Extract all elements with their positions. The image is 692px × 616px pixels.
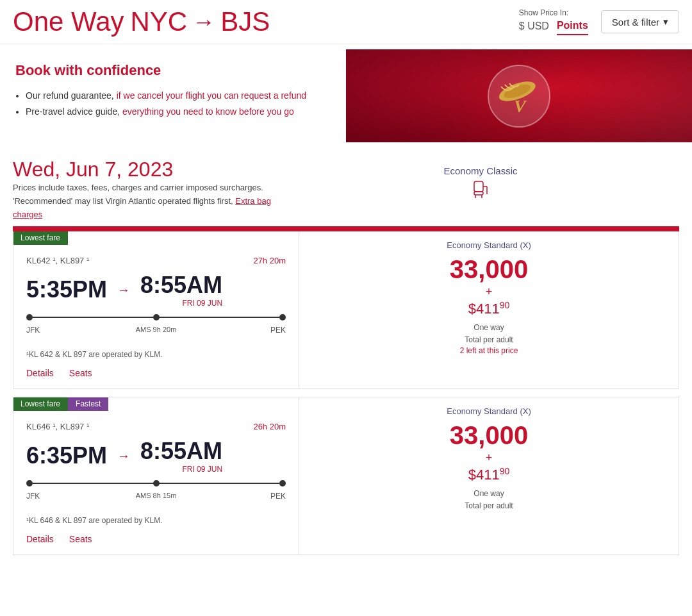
stop-info: AMS 9h 20m <box>136 326 177 333</box>
flight-arrow-icon: → <box>117 449 130 463</box>
header-left: One Way NYC → BJS <box>13 6 270 37</box>
depart-time: 5:35PM <box>26 276 107 303</box>
price-meta: One way Total per adult <box>465 488 513 512</box>
flight-meta: KL646 ¹, KL897 ¹ 26h 20m <box>26 422 286 431</box>
flight-duration: 26h 20m <box>253 422 286 431</box>
flight-details-left: Lowest fare Fastest KL646 ¹, KL897 ¹ 26h… <box>13 397 299 554</box>
path-line <box>33 317 279 318</box>
price-plus: + <box>486 285 493 299</box>
arrive-time: 8:55AM <box>140 272 222 299</box>
results-left: Wed, Jun 7, 2023 Prices include taxes, f… <box>13 158 282 221</box>
dest-airport: PEK <box>270 492 286 501</box>
flight-row: Lowest fare KL642 ¹, KL897 ¹ 27h 20m 5:3… <box>13 231 679 389</box>
seats-link[interactable]: Seats <box>69 534 92 544</box>
flight-path <box>26 480 286 487</box>
header-right: Show Price In: $ USD Points Sort & filte… <box>519 8 679 35</box>
promo-item-2-text: Pre-travel advice guide, <box>26 106 120 117</box>
flight-pricing-right: Economy Standard (X) 33,000 + $41190 One… <box>299 397 679 554</box>
results-note: Prices include taxes, fees, charges and … <box>13 181 282 221</box>
flight-pricing-right: Economy Standard (X) 33,000 + $41190 One… <box>299 231 679 388</box>
flight-meta: KL642 ¹, KL897 ¹ 27h 20m <box>26 256 286 265</box>
arrive-block: 8:55AM FRI 09 JUN <box>140 272 222 308</box>
price-option-points[interactable]: Points <box>557 20 588 35</box>
results-note-text: Prices include taxes, fees, charges and … <box>13 183 263 206</box>
flight-footnote: ¹KL 646 & KL 897 are operated by KLM. <box>26 516 286 525</box>
flights-list: Lowest fare KL642 ¹, KL897 ¹ 27h 20m 5:3… <box>13 231 679 563</box>
price-options: $ USD Points <box>519 20 588 35</box>
seat-svg-icon <box>469 180 492 199</box>
one-way-text: One way <box>465 322 513 334</box>
sort-chevron-icon: ▾ <box>663 16 668 28</box>
red-accent-bar <box>13 226 679 231</box>
flight-footnote: ¹KL 642 & KL 897 are operated by KLM. <box>26 350 286 359</box>
promo-item-2-link[interactable]: everything you need to know before you g… <box>122 106 294 117</box>
total-text: Total per adult <box>465 334 513 346</box>
cabin-type: Economy Standard (X) <box>447 406 531 416</box>
promo-item-1-link[interactable]: if we cancel your flight you can request… <box>117 90 307 101</box>
details-link[interactable]: Details <box>26 368 54 378</box>
path-stop-dot <box>153 480 160 487</box>
promo-item-1: Our refund guarantee, if we cancel your … <box>26 88 331 104</box>
details-link[interactable]: Details <box>26 534 54 544</box>
promo-image: V <box>346 49 692 142</box>
results-section: Wed, Jun 7, 2023 Prices include taxes, f… <box>0 147 692 563</box>
sort-filter-label: Sort & filter <box>612 17 659 28</box>
path-dest-dot <box>279 314 286 320</box>
fare-badges: Lowest fare Fastest <box>13 397 108 411</box>
dollar-sign: $ <box>468 301 476 317</box>
path-origin-dot <box>26 314 33 320</box>
seats-link[interactable]: Seats <box>69 368 92 378</box>
flight-numbers: KL642 ¹, KL897 ¹ <box>26 256 89 265</box>
path-labels: JFK AMS 8h 15m PEK <box>26 492 286 510</box>
price-points: 33,000 <box>450 255 528 284</box>
page-header: One Way NYC → BJS Show Price In: $ USD P… <box>0 0 692 44</box>
path-dest-dot <box>279 480 286 487</box>
price-points: 33,000 <box>450 421 528 450</box>
route-to: BJS <box>220 6 270 37</box>
price-cents: 90 <box>500 300 510 310</box>
flight-duration: 27h 20m <box>253 256 286 265</box>
arrive-block: 8:55AM FRI 09 JUN <box>140 438 222 474</box>
route-display: NYC → BJS <box>131 6 270 37</box>
price-usd: $41190 <box>468 300 510 317</box>
price-option-usd[interactable]: $ USD <box>519 21 549 35</box>
sort-filter-button[interactable]: Sort & filter ▾ <box>601 10 679 33</box>
badge-lowest-fare: Lowest fare <box>13 397 68 411</box>
promo-item-1-text: Our refund guarantee, <box>26 90 114 101</box>
origin-airport: JFK <box>26 326 40 335</box>
arrive-date: FRI 09 JUN <box>140 465 222 474</box>
price-meta: One way Total per adult <box>465 322 513 346</box>
cabin-class-header: Economy Classic <box>282 158 679 208</box>
cabin-type: Economy Standard (X) <box>447 240 531 250</box>
flight-path <box>26 314 286 320</box>
promo-banner: Book with confidence Our refund guarante… <box>0 49 692 142</box>
total-text: Total per adult <box>465 500 513 512</box>
badge-fastest: Fastest <box>68 397 108 411</box>
promo-text-section: Book with confidence Our refund guarante… <box>0 49 346 142</box>
flight-times: 6:35PM → 8:55AM FRI 09 JUN <box>26 438 286 474</box>
price-whole: 411 <box>476 301 500 317</box>
seat-icon <box>282 180 679 203</box>
flight-numbers: KL646 ¹, KL897 ¹ <box>26 422 89 431</box>
flight-arrow-icon: → <box>117 283 130 297</box>
origin-airport: JFK <box>26 492 40 501</box>
price-cents: 90 <box>500 466 510 476</box>
price-plus: + <box>486 451 493 465</box>
fare-badges: Lowest fare <box>13 231 68 245</box>
svg-rect-4 <box>474 181 483 192</box>
show-price-label: Show Price In: <box>519 8 568 17</box>
results-date: Wed, Jun 7, 2023 <box>13 158 282 181</box>
svg-rect-5 <box>474 192 483 195</box>
flight-actions: Details Seats <box>26 368 286 378</box>
dollar-sign: $ <box>468 467 476 483</box>
arrive-time: 8:55AM <box>140 438 222 465</box>
flight-times: 5:35PM → 8:55AM FRI 09 JUN <box>26 272 286 308</box>
cabin-class-label: Economy Classic <box>282 165 679 176</box>
flight-details-left: Lowest fare KL642 ¹, KL897 ¹ 27h 20m 5:3… <box>13 231 299 388</box>
price-whole: 411 <box>476 467 500 483</box>
price-toggle: Show Price In: $ USD Points <box>519 8 588 35</box>
page-title-oneway: One Way <box>13 6 124 37</box>
path-origin-dot <box>26 480 33 487</box>
depart-time: 6:35PM <box>26 442 107 469</box>
route-arrow: → <box>192 8 215 35</box>
